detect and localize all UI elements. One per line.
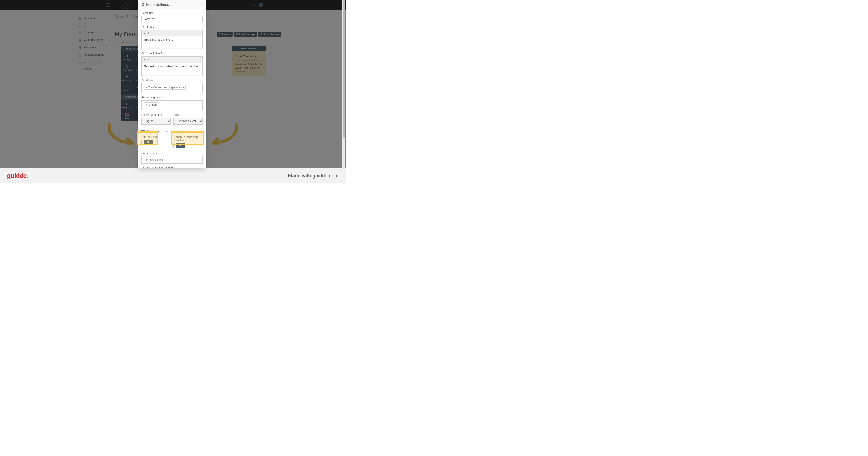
form-viewers-label: Form Submission Viewers <box>142 166 203 168</box>
italic-icon[interactable]: I <box>148 58 149 61</box>
on-completion-editor[interactable]: B I This text is shown when the form is … <box>142 56 203 76</box>
bold-icon[interactable]: B <box>144 58 145 61</box>
form-intro-label: Form Intro <box>142 25 203 28</box>
close-icon[interactable]: ✕ <box>145 104 147 106</box>
resize-handle[interactable] <box>142 75 203 76</box>
form-editors-label: Form Editors <box>142 152 203 155</box>
close-icon[interactable]: × <box>200 3 203 7</box>
generate-template-label: Generate Reporting Template <box>174 135 203 142</box>
tag-label: The Censeo Learning Academy <box>148 86 184 89</box>
modal-title: ⚙ Form Settings <box>142 2 169 7</box>
form-intro-editor[interactable]: B I This is the intro of the form <box>142 30 203 49</box>
gear-icon: ⚙ <box>142 2 145 7</box>
academy-tag[interactable]: ✕The Censeo Learning Academy <box>144 85 186 90</box>
on-completion-label: On Completion Text <box>142 52 203 55</box>
rte-toolbar: B I <box>142 30 203 36</box>
toggle-knob <box>142 140 144 145</box>
scrollbar-thumb[interactable] <box>343 0 345 138</box>
toggle-value: No <box>144 140 153 145</box>
allow-anonymous-row[interactable]: Allow Anonymous <box>142 130 203 133</box>
publish-form-label: Publish Form <box>142 135 171 139</box>
italic-icon[interactable]: I <box>148 31 149 35</box>
guidde-tagline: Made with guidde.com <box>288 173 339 179</box>
modal-header: ⚙ Form Settings × <box>138 0 206 9</box>
vertical-scrollbar[interactable] <box>342 0 345 168</box>
toggle-value: No <box>176 143 185 148</box>
academies-input[interactable]: ✕The Censeo Learning Academy <box>142 83 203 93</box>
language-tag[interactable]: ✕English <box>144 103 158 107</box>
form-title-label: Form Title <box>142 11 203 15</box>
rte-content[interactable]: This text is shown when the form is subm… <box>142 63 203 75</box>
publish-form-toggle[interactable]: No <box>142 140 153 145</box>
rte-content[interactable]: This is the intro of the form <box>142 36 203 48</box>
resize-handle[interactable] <box>142 48 203 49</box>
form-languages-label: Form Languages <box>142 96 203 99</box>
modal-body: Form Title Form Intro B I This is the in… <box>138 9 206 168</box>
close-icon[interactable]: ✕ <box>145 86 147 89</box>
form-editors-select[interactable]: -- Please Select -- <box>142 156 203 164</box>
allow-anonymous-checkbox[interactable] <box>142 130 145 133</box>
academies-label: Academies <box>142 79 203 82</box>
generate-template-toggle[interactable]: No <box>174 143 185 148</box>
tag-label: English <box>148 103 157 106</box>
rte-toolbar: B I <box>142 57 203 63</box>
form-title-input[interactable] <box>142 16 203 22</box>
form-settings-modal: ⚙ Form Settings × Form Title Form Intro … <box>138 0 206 168</box>
active-language-label: Active Language <box>142 113 171 116</box>
app-root: ☰ Censeo EDS 1 ▼ ◉ Dashboard › PRODUCTS … <box>0 0 345 168</box>
type-label: Type <box>174 113 203 116</box>
toggle-knob <box>174 143 176 148</box>
guidde-footer: guidde. Made with guidde.com <box>0 168 345 183</box>
allow-anonymous-label: Allow Anonymous <box>147 130 168 133</box>
active-language-select[interactable]: English <box>142 118 171 124</box>
guidde-logo: guidde. <box>7 172 28 179</box>
type-select[interactable]: -- Please Select -- <box>174 118 203 124</box>
modal-title-text: Form Settings <box>146 3 169 7</box>
languages-input[interactable]: ✕English <box>142 100 203 111</box>
bold-icon[interactable]: B <box>144 31 145 35</box>
